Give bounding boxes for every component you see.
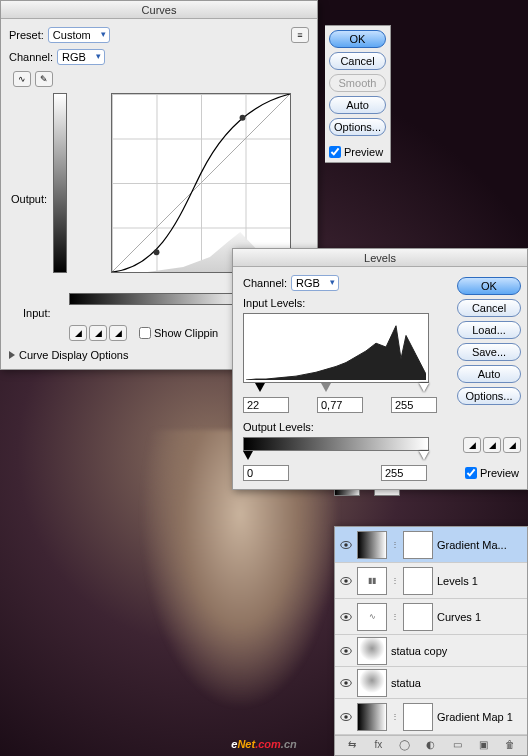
output-levels-label: Output Levels: — [243, 421, 451, 433]
preset-select[interactable]: Custom — [48, 27, 110, 43]
layer-thumb[interactable] — [357, 703, 387, 731]
preview-checkbox[interactable]: Preview — [329, 146, 386, 158]
channel-label-levels: Channel: — [243, 277, 287, 289]
layer-name[interactable]: Levels 1 — [437, 575, 523, 587]
preset-label: Preset: — [9, 29, 44, 41]
layer-thumb[interactable]: ▮▮ — [357, 567, 387, 595]
pencil-tool-icon[interactable]: ✎ — [35, 71, 53, 87]
svg-point-13 — [344, 715, 348, 719]
levels-title: Levels — [233, 249, 527, 267]
trash-icon[interactable]: 🗑 — [503, 739, 517, 753]
input-levels-label: Input Levels: — [243, 297, 451, 309]
input-white-field[interactable] — [391, 397, 437, 413]
layer-thumb[interactable] — [357, 637, 387, 665]
levels-histogram[interactable] — [243, 313, 429, 383]
channel-select-curves[interactable]: RGB — [57, 49, 105, 65]
output-gradient-levels[interactable] — [243, 437, 429, 451]
options-button-levels[interactable]: Options... — [457, 387, 521, 405]
output-black-handle[interactable] — [243, 451, 253, 460]
smooth-button: Smooth — [329, 74, 386, 92]
svg-point-3 — [344, 543, 348, 547]
cancel-button[interactable]: Cancel — [329, 52, 386, 70]
input-black-field[interactable] — [243, 397, 289, 413]
visibility-icon[interactable] — [339, 538, 353, 552]
link-icon[interactable]: ⋮ — [391, 712, 399, 721]
layer-thumb[interactable] — [357, 669, 387, 697]
watermark: eNet.com.cn — [231, 728, 296, 754]
cancel-button-levels[interactable]: Cancel — [457, 299, 521, 317]
svg-point-5 — [344, 579, 348, 583]
link-icon[interactable]: ⋮ — [391, 540, 399, 549]
levels-dialog: Levels Channel: RGB Input Levels: Output… — [232, 248, 528, 490]
output-white-handle[interactable] — [419, 451, 429, 460]
show-clipping-checkbox[interactable]: Show Clippin — [139, 327, 218, 339]
save-button[interactable]: Save... — [457, 343, 521, 361]
layer-mask-thumb[interactable] — [403, 703, 433, 731]
channel-select-levels[interactable]: RGB — [291, 275, 339, 291]
layer-name[interactable]: Gradient Ma... — [437, 539, 523, 551]
input-label: Input: — [23, 307, 51, 319]
output-gradient — [53, 93, 67, 273]
white-eyedropper-icon[interactable]: ◢ — [109, 325, 127, 341]
auto-button-levels[interactable]: Auto — [457, 365, 521, 383]
layer-name[interactable]: Gradient Map 1 — [437, 711, 523, 723]
mask-icon[interactable]: ◯ — [398, 739, 412, 753]
link-icon[interactable]: ⋮ — [391, 576, 399, 585]
input-mid-field[interactable] — [317, 397, 363, 413]
visibility-icon[interactable] — [339, 644, 353, 658]
layer-mask-thumb[interactable] — [403, 531, 433, 559]
link-icon[interactable]: ⋮ — [391, 612, 399, 621]
gray-eyedropper-icon[interactable]: ◢ — [89, 325, 107, 341]
layer-thumb[interactable] — [357, 531, 387, 559]
layer-row[interactable]: ▮▮ ⋮ Levels 1 — [335, 563, 527, 599]
preview-checkbox-levels[interactable]: Preview — [465, 467, 519, 479]
layer-mask-thumb[interactable] — [403, 567, 433, 595]
layer-row[interactable]: statua copy — [335, 635, 527, 667]
output-white-field[interactable] — [381, 465, 427, 481]
channel-label: Channel: — [9, 51, 53, 63]
visibility-icon[interactable] — [339, 610, 353, 624]
load-button[interactable]: Load... — [457, 321, 521, 339]
folder-icon[interactable]: ▭ — [450, 739, 464, 753]
layer-row[interactable]: ∿ ⋮ Curves 1 — [335, 599, 527, 635]
fx-icon[interactable]: fx — [371, 739, 385, 753]
midtone-handle[interactable] — [321, 383, 331, 392]
gray-eyedropper-levels-icon[interactable]: ◢ — [483, 437, 501, 453]
link-layers-icon[interactable]: ⇆ — [345, 739, 359, 753]
curves-title: Curves — [1, 1, 317, 19]
black-eyedropper-levels-icon[interactable]: ◢ — [463, 437, 481, 453]
ok-button-levels[interactable]: OK — [457, 277, 521, 295]
input-slider[interactable] — [243, 383, 429, 393]
white-point-handle[interactable] — [419, 383, 429, 392]
layer-thumb[interactable]: ∿ — [357, 603, 387, 631]
layer-name[interactable]: statua copy — [391, 645, 523, 657]
options-button[interactable]: Options... — [329, 118, 386, 136]
input-gradient — [69, 293, 249, 305]
auto-button[interactable]: Auto — [329, 96, 386, 114]
preset-menu-button[interactable]: ≡ — [291, 27, 309, 43]
layer-row[interactable]: statua — [335, 667, 527, 699]
output-label: Output: — [11, 193, 47, 205]
curve-grid[interactable] — [111, 93, 291, 273]
visibility-icon[interactable] — [339, 574, 353, 588]
layer-row[interactable]: ⋮ Gradient Map 1 — [335, 699, 527, 735]
white-eyedropper-levels-icon[interactable]: ◢ — [503, 437, 521, 453]
layers-footer: ⇆ fx ◯ ◐ ▭ ▣ 🗑 — [335, 735, 527, 755]
ok-button[interactable]: OK — [329, 30, 386, 48]
layer-mask-thumb[interactable] — [403, 603, 433, 631]
visibility-icon[interactable] — [339, 676, 353, 690]
output-slider[interactable] — [243, 451, 429, 461]
layer-row[interactable]: ⋮ Gradient Ma... — [335, 527, 527, 563]
black-point-handle[interactable] — [255, 383, 265, 392]
black-eyedropper-icon[interactable]: ◢ — [69, 325, 87, 341]
svg-point-1 — [240, 115, 246, 121]
curve-svg — [112, 94, 290, 272]
new-layer-icon[interactable]: ▣ — [477, 739, 491, 753]
layer-name[interactable]: statua — [391, 677, 523, 689]
output-black-field[interactable] — [243, 465, 289, 481]
svg-point-9 — [344, 649, 348, 653]
visibility-icon[interactable] — [339, 710, 353, 724]
adjustment-icon[interactable]: ◐ — [424, 739, 438, 753]
layer-name[interactable]: Curves 1 — [437, 611, 523, 623]
curve-tool-icon[interactable]: ∿ — [13, 71, 31, 87]
